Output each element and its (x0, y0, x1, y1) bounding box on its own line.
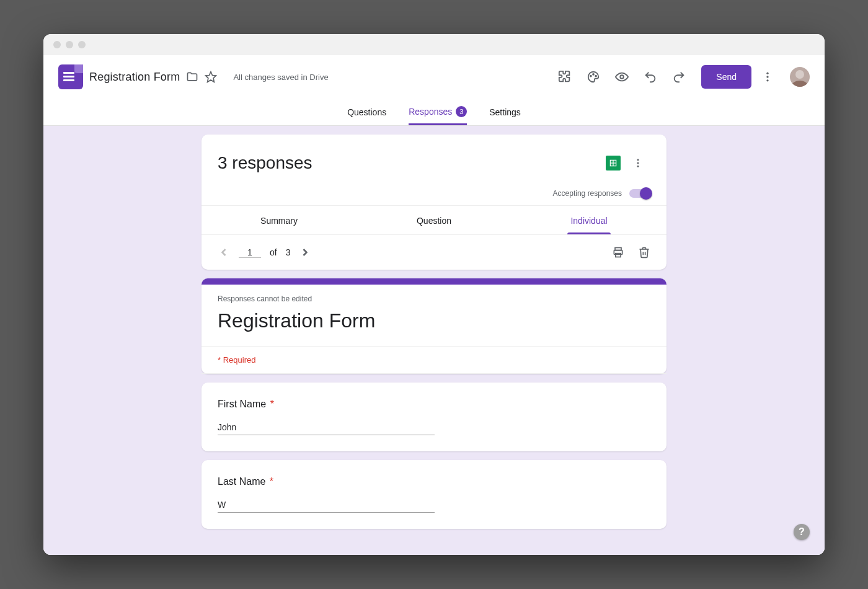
account-avatar[interactable] (790, 67, 810, 87)
send-button[interactable]: Send (701, 65, 751, 89)
svg-marker-0 (206, 72, 216, 82)
delete-icon[interactable] (638, 246, 650, 259)
required-legend: * Required (202, 346, 666, 374)
prev-response-button[interactable] (218, 246, 230, 259)
tab-responses-label: Responses (409, 107, 452, 117)
inner-tab-summary[interactable]: Summary (202, 206, 356, 234)
forms-logo-icon[interactable] (58, 64, 83, 89)
responses-more-button[interactable] (626, 151, 650, 175)
sheets-icon[interactable] (606, 156, 621, 170)
preview-button[interactable] (609, 64, 634, 89)
help-icon[interactable]: ? (794, 524, 810, 540)
answer-first-name[interactable] (218, 420, 435, 435)
response-pager: of 3 (202, 234, 666, 270)
inner-tab-question[interactable]: Question (356, 206, 512, 234)
svg-point-3 (596, 76, 597, 77)
question-card-last-name: Last Name * (202, 460, 666, 529)
tab-settings[interactable]: Settings (489, 107, 521, 125)
answer-last-name[interactable] (218, 497, 435, 513)
pager-of-label: of (270, 247, 277, 257)
svg-point-12 (637, 162, 639, 164)
svg-point-5 (766, 73, 768, 74)
tab-responses[interactable]: Responses 3 (409, 106, 467, 125)
print-icon[interactable] (612, 246, 624, 259)
form-title: Registration Form (202, 303, 666, 346)
document-title[interactable]: Registration Form (89, 71, 180, 84)
save-status-label: All changes saved in Drive (233, 73, 328, 82)
responses-card: 3 responses Accepting responses Summary … (202, 135, 666, 270)
palette-button[interactable] (581, 64, 606, 89)
undo-button[interactable] (638, 64, 663, 89)
main-tabs: Questions Responses 3 Settings (43, 99, 825, 126)
svg-point-13 (637, 166, 639, 167)
redo-button[interactable] (666, 64, 691, 89)
responses-count-badge: 3 (456, 106, 467, 117)
accepting-label: Accepting responses (553, 189, 622, 198)
more-menu-button[interactable] (755, 64, 780, 89)
svg-point-2 (593, 74, 594, 75)
tab-questions[interactable]: Questions (347, 107, 386, 125)
form-header-card: Responses cannot be edited Registration … (202, 278, 666, 374)
mac-zoom-dot[interactable] (78, 41, 86, 48)
responses-inner-tabs: Summary Question Individual (202, 205, 666, 234)
svg-point-7 (766, 79, 768, 81)
addons-button[interactable] (552, 64, 577, 89)
next-response-button[interactable] (299, 246, 311, 259)
response-index-input[interactable] (239, 247, 261, 258)
star-icon[interactable] (205, 71, 217, 83)
question-card-first-name: First Name * (202, 383, 666, 451)
canvas-area: 3 responses Accepting responses Summary … (43, 126, 825, 555)
accepting-toggle[interactable] (629, 189, 650, 198)
svg-point-4 (621, 75, 624, 79)
app-header: Registration Form All changes saved in D… (43, 55, 825, 99)
mac-traffic-lights (43, 34, 825, 55)
mac-close-dot[interactable] (53, 41, 61, 48)
question-label: First Name * (218, 399, 650, 410)
responses-title: 3 responses (218, 153, 312, 173)
svg-point-1 (590, 76, 591, 77)
pager-total: 3 (286, 247, 291, 257)
inner-tab-individual[interactable]: Individual (512, 206, 666, 234)
app-shell: Registration Form All changes saved in D… (43, 55, 825, 555)
svg-point-6 (766, 76, 768, 78)
cannot-edit-label: Responses cannot be edited (202, 285, 666, 303)
svg-point-11 (637, 159, 639, 161)
question-label: Last Name * (218, 476, 650, 487)
mac-minimize-dot[interactable] (66, 41, 73, 48)
folder-icon[interactable] (186, 71, 198, 83)
